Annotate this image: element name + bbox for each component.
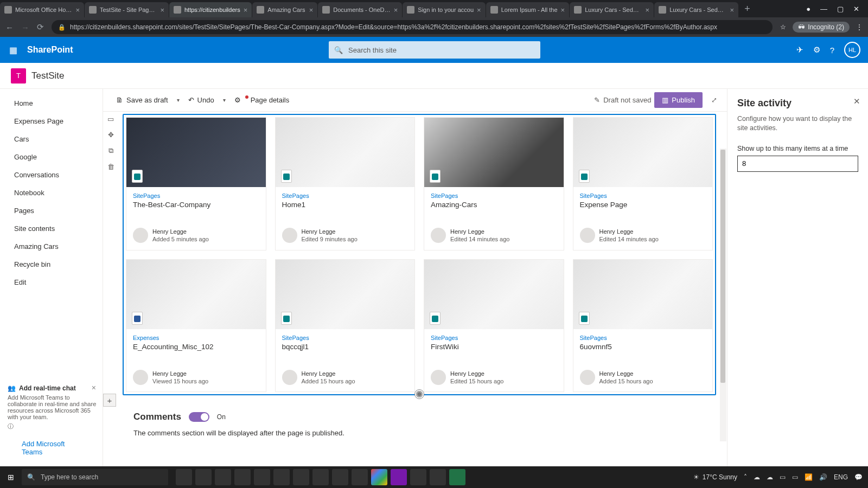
explorer-icon[interactable]: [234, 469, 251, 485]
nav-item[interactable]: Cars: [0, 130, 103, 148]
minimize-icon[interactable]: ―: [820, 5, 827, 13]
settings-gear-icon[interactable]: ⚙: [813, 45, 820, 55]
url-field[interactable]: 🔒 https://citizenbuilders.sharepoint.com…: [52, 20, 773, 34]
account-dot-icon[interactable]: ●: [806, 5, 810, 13]
close-icon[interactable]: ×: [646, 6, 650, 14]
activity-card[interactable]: SitePagesbqccqjl1Henry LeggeAdded 15 hou…: [275, 259, 416, 393]
maximize-icon[interactable]: ▢: [837, 5, 844, 13]
nav-item[interactable]: Google: [0, 148, 103, 166]
site-logo[interactable]: T: [11, 68, 26, 84]
browser-tab[interactable]: TestSite - Site Pages -×: [85, 2, 169, 17]
obs-icon[interactable]: [410, 469, 426, 485]
incognito-indicator[interactable]: 🕶 Incognito (2): [793, 22, 850, 33]
app-icon[interactable]: [332, 469, 348, 485]
activity-card[interactable]: SitePagesAmazing-CarsHenry LeggeEdited 1…: [424, 117, 564, 251]
app-icon[interactable]: [273, 469, 290, 485]
browser-menu-icon[interactable]: ⋮: [856, 23, 863, 31]
close-icon[interactable]: ×: [477, 6, 481, 14]
activity-card[interactable]: SitePagesExpense PageHenry LeggeEdited 1…: [573, 117, 713, 251]
close-icon[interactable]: ×: [75, 6, 80, 14]
back-icon[interactable]: ←: [5, 23, 14, 32]
info-icon[interactable]: ⓘ: [8, 422, 97, 431]
cortana-icon[interactable]: [195, 469, 212, 485]
close-icon[interactable]: ×: [160, 6, 164, 14]
save-draft-button[interactable]: 🗎Save as draft: [113, 94, 171, 106]
chevron-down-icon[interactable]: ▾: [221, 97, 228, 103]
site-name[interactable]: TestSite: [31, 70, 64, 81]
duplicate-webpart-icon[interactable]: ⧉: [108, 146, 113, 155]
close-icon[interactable]: ×: [309, 6, 314, 14]
close-icon[interactable]: ×: [394, 6, 398, 14]
close-icon[interactable]: ×: [92, 383, 96, 392]
browser-tab[interactable]: https://citizenbuilders×: [169, 2, 252, 17]
nav-item[interactable]: Notebook: [0, 184, 103, 202]
move-webpart-icon[interactable]: ✥: [108, 131, 114, 139]
resize-handle[interactable]: [414, 389, 424, 399]
nav-item[interactable]: Site contents: [0, 220, 103, 237]
publish-button[interactable]: ▥Publish: [654, 92, 703, 108]
calculator-icon[interactable]: [312, 469, 329, 485]
onenote-icon[interactable]: [391, 469, 407, 485]
nav-item[interactable]: Conversations: [0, 166, 103, 184]
activity-card[interactable]: SitePagesThe-Best-Car-CompanyHenry Legge…: [126, 117, 266, 251]
nav-item[interactable]: Recycle bin: [0, 255, 103, 273]
edit-webpart-icon[interactable]: ▭: [107, 115, 114, 123]
activity-card[interactable]: ExpensesE_Accounting_Misc_102Henry Legge…: [126, 259, 266, 393]
taskbar-search[interactable]: 🔍 Type here to search: [22, 469, 168, 485]
browser-tab[interactable]: Sign in to your accou×: [403, 2, 485, 17]
page-details-button[interactable]: ⚙Page details: [231, 94, 293, 106]
comments-toggle[interactable]: [189, 412, 209, 422]
close-icon[interactable]: ×: [244, 6, 248, 14]
activity-card[interactable]: SitePagesFirstWikiHenry LeggeEdited 15 h…: [424, 259, 564, 393]
task-view-icon[interactable]: [176, 469, 192, 485]
site-activity-webpart[interactable]: SitePagesThe-Best-Car-CompanyHenry Legge…: [123, 114, 716, 395]
help-icon[interactable]: ?: [830, 46, 834, 55]
bookmark-icon[interactable]: ☆: [780, 23, 786, 31]
excel-icon[interactable]: [449, 469, 465, 485]
close-icon[interactable]: ×: [730, 6, 735, 14]
browser-tab[interactable]: Lorem Ipsum - All the×: [486, 2, 570, 17]
delete-webpart-icon[interactable]: 🗑: [107, 163, 114, 171]
browser-tab[interactable]: Luxury Cars - Sedans,×: [570, 2, 654, 17]
expand-icon[interactable]: ⤢: [711, 96, 717, 104]
app-launcher-icon[interactable]: ▦: [0, 45, 26, 55]
network-icon[interactable]: ▭: [792, 473, 798, 481]
nav-item[interactable]: Pages: [0, 202, 103, 220]
browser-tab[interactable]: Amazing Cars×: [252, 2, 317, 17]
activity-card[interactable]: SitePages6uovmnf5Henry LeggeAdded 15 hou…: [573, 259, 713, 393]
close-icon[interactable]: ✕: [853, 97, 860, 106]
nav-item[interactable]: Expenses Page: [0, 112, 103, 130]
browser-tab[interactable]: Microsoft Office Home×: [0, 2, 84, 17]
onedrive-icon[interactable]: ☁: [767, 473, 773, 481]
volume-icon[interactable]: 🔊: [819, 473, 827, 481]
new-tab-button[interactable]: +: [739, 3, 756, 15]
weather-widget[interactable]: ☀17°C Sunny: [693, 473, 737, 481]
nav-item[interactable]: Amazing Cars: [0, 237, 103, 255]
activity-card[interactable]: SitePagesHome1Henry LeggeEdited 9 minute…: [275, 117, 416, 251]
chrome-icon[interactable]: [371, 469, 387, 485]
add-section-button[interactable]: +: [103, 394, 116, 407]
suite-brand[interactable]: SharePoint: [27, 45, 73, 55]
user-avatar[interactable]: HL: [844, 42, 860, 58]
mail-icon[interactable]: [293, 469, 309, 485]
browser-tab[interactable]: Documents - OneDriv×: [318, 2, 402, 17]
reload-icon[interactable]: ⟳: [37, 22, 44, 32]
notifications-icon[interactable]: 💬: [854, 473, 863, 481]
battery-icon[interactable]: ▭: [780, 473, 786, 481]
canvas-scrollbar[interactable]: [720, 149, 726, 441]
language-indicator[interactable]: ENG: [834, 473, 848, 481]
close-icon[interactable]: ×: [561, 6, 565, 14]
browser-tab[interactable]: Luxury Cars - Sedans,×: [654, 2, 738, 17]
store-icon[interactable]: [254, 469, 270, 485]
nav-item[interactable]: Edit: [0, 273, 103, 291]
chevron-down-icon[interactable]: ▾: [175, 97, 182, 103]
items-count-input[interactable]: [737, 156, 858, 172]
close-window-icon[interactable]: ✕: [853, 5, 859, 13]
send-icon[interactable]: ✈: [796, 45, 803, 55]
start-button[interactable]: ⊞: [0, 473, 22, 481]
app-icon[interactable]: [430, 469, 446, 485]
edge-icon[interactable]: [215, 469, 231, 485]
chevron-up-icon[interactable]: ˄: [744, 473, 747, 481]
app-icon[interactable]: [352, 469, 368, 485]
undo-button[interactable]: ↶Undo: [185, 94, 218, 106]
